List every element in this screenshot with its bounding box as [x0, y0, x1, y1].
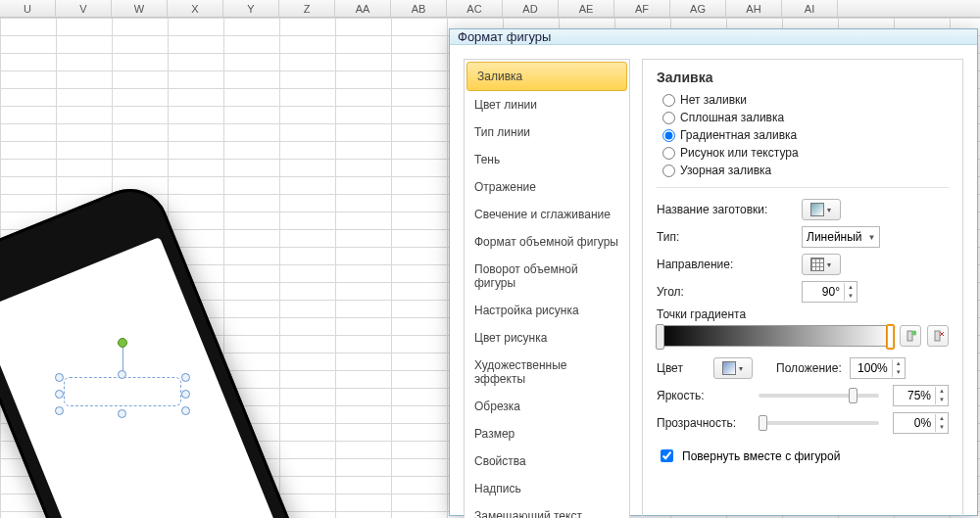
radio-pattern-fill[interactable] — [662, 165, 675, 177]
radio-picture-fill[interactable] — [662, 147, 675, 160]
fill-option-none[interactable]: Нет заливки — [657, 91, 949, 109]
angle-input[interactable] — [803, 282, 844, 302]
spin-down-icon[interactable]: ▼ — [845, 292, 857, 301]
fill-option-pattern[interactable]: Узорная заливка — [657, 162, 949, 179]
direction-label: Направление: — [657, 258, 794, 271]
col-header[interactable]: AG — [670, 0, 726, 17]
col-header[interactable]: AI — [782, 0, 838, 17]
col-header[interactable]: Z — [279, 0, 335, 17]
transparency-slider[interactable] — [759, 421, 879, 425]
dialog-title: Формат фигуры — [458, 29, 551, 44]
spin-up-icon[interactable]: ▲ — [936, 387, 948, 396]
add-stop-button[interactable] — [900, 325, 921, 347]
dialog-titlebar[interactable]: Формат фигуры — [450, 29, 977, 45]
radio-solid-fill[interactable] — [662, 112, 675, 124]
nav-item-reflection[interactable]: Отражение — [465, 173, 629, 201]
nav-item-artistic[interactable]: Художественные эффекты — [465, 352, 629, 393]
fill-pane: Заливка Нет заливки Сплошная заливка Гра… — [642, 59, 963, 518]
radio-gradient-fill[interactable] — [662, 129, 675, 142]
pane-heading: Заливка — [657, 70, 949, 85]
nav-item-line-color[interactable]: Цвет линии — [465, 91, 629, 118]
nav-item-fill[interactable]: Заливка — [466, 62, 627, 91]
col-header[interactable]: AD — [503, 0, 559, 17]
gradient-stop[interactable] — [656, 324, 664, 350]
spin-down-icon[interactable]: ▼ — [893, 368, 905, 377]
col-header[interactable]: AH — [726, 0, 782, 17]
resize-handle[interactable] — [118, 409, 126, 418]
slider-thumb[interactable] — [849, 388, 858, 403]
preset-label: Название заготовки: — [657, 203, 794, 216]
nav-item-crop[interactable]: Обрезка — [465, 393, 629, 420]
col-header[interactable]: W — [112, 0, 168, 17]
gradient-stop-selected[interactable] — [886, 324, 895, 350]
col-header[interactable]: AE — [559, 0, 614, 17]
spin-up-icon[interactable]: ▲ — [893, 359, 905, 368]
resize-handle[interactable] — [181, 406, 190, 415]
rotate-with-shape-checkbox[interactable] — [661, 449, 673, 462]
column-headers: U V W X Y Z AA AB AC AD AE AF AG AH AI — [0, 0, 980, 18]
resize-handle[interactable] — [118, 370, 126, 379]
position-spin[interactable]: ▲▼ — [850, 357, 906, 379]
nav-item-alt-text[interactable]: Замещающий текст — [465, 502, 629, 518]
fill-option-solid[interactable]: Сплошная заливка — [657, 109, 949, 126]
nav-item-picture-color[interactable]: Цвет рисунка — [465, 324, 629, 352]
nav-item-3d-rotation[interactable]: Поворот объемной фигуры — [465, 256, 629, 297]
rotate-handle[interactable] — [118, 338, 127, 348]
remove-stop-button[interactable] — [927, 325, 949, 347]
col-header[interactable]: AC — [447, 0, 503, 17]
transparency-input[interactable] — [894, 413, 935, 433]
col-header[interactable]: AF — [614, 0, 670, 17]
category-list[interactable]: Заливка Цвет линии Тип линии Тень Отраже… — [464, 59, 630, 518]
resize-handle[interactable] — [181, 373, 190, 382]
nav-item-glow[interactable]: Свечение и сглаживание — [465, 201, 629, 228]
type-select[interactable]: Линейный▼ — [802, 226, 880, 248]
resize-handle[interactable] — [55, 390, 64, 399]
resize-handle[interactable] — [55, 373, 64, 382]
transparency-label: Прозрачность: — [657, 416, 745, 430]
color-label: Цвет — [657, 361, 706, 375]
svg-rect-2 — [935, 331, 940, 341]
col-header[interactable]: Y — [223, 0, 279, 17]
color-dropdown[interactable]: ▼ — [713, 357, 753, 379]
angle-spin[interactable]: ▲▼ — [802, 281, 858, 303]
fill-option-picture[interactable]: Рисунок или текстура — [657, 144, 949, 162]
format-shape-dialog: Формат фигуры Заливка Цвет линии Тип лин… — [449, 28, 978, 516]
type-label: Тип: — [657, 230, 794, 244]
stops-label: Точки градиента — [657, 306, 949, 325]
angle-label: Угол: — [657, 285, 794, 299]
col-header[interactable]: U — [0, 0, 56, 17]
fill-option-gradient[interactable]: Градиентная заливка — [657, 126, 949, 144]
spin-down-icon[interactable]: ▼ — [936, 423, 948, 432]
slider-thumb[interactable] — [759, 415, 767, 431]
nav-item-3d-format[interactable]: Формат объемной фигуры — [465, 228, 629, 256]
spin-up-icon[interactable]: ▲ — [845, 283, 857, 292]
nav-item-line-style[interactable]: Тип линии — [465, 118, 629, 146]
col-header[interactable]: AB — [391, 0, 447, 17]
gradient-bar[interactable] — [657, 325, 894, 347]
col-header[interactable]: V — [56, 0, 112, 17]
brightness-spin[interactable]: ▲▼ — [893, 385, 949, 406]
rotate-with-shape-label: Повернуть вместе с фигурой — [682, 449, 840, 463]
nav-item-textbox[interactable]: Надпись — [465, 475, 629, 502]
spin-up-icon[interactable]: ▲ — [936, 414, 948, 423]
transparency-spin[interactable]: ▲▼ — [893, 412, 949, 434]
brightness-label: Яркость: — [657, 389, 745, 402]
resize-handle[interactable] — [55, 406, 64, 415]
nav-item-properties[interactable]: Свойства — [465, 447, 629, 475]
resize-handle[interactable] — [181, 390, 190, 399]
brightness-input[interactable] — [894, 386, 935, 405]
direction-dropdown[interactable]: ▼ — [802, 254, 841, 275]
brightness-slider[interactable] — [759, 394, 879, 398]
nav-item-picture-adj[interactable]: Настройка рисунка — [465, 297, 629, 324]
radio-no-fill[interactable] — [662, 94, 675, 107]
preset-dropdown[interactable]: ▼ — [802, 199, 841, 220]
nav-item-size[interactable]: Размер — [465, 420, 629, 447]
svg-rect-0 — [907, 331, 912, 341]
spin-down-icon[interactable]: ▼ — [936, 396, 948, 404]
selected-shape[interactable] — [59, 357, 186, 411]
position-input[interactable] — [851, 358, 892, 378]
position-label: Положение: — [776, 361, 842, 375]
col-header[interactable]: X — [168, 0, 223, 17]
nav-item-shadow[interactable]: Тень — [465, 146, 629, 173]
